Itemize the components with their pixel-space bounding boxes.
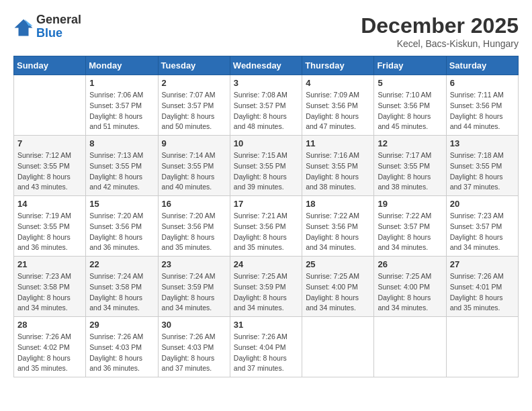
day-info: Sunrise: 7:20 AMSunset: 3:56 PMDaylight:… [162,211,226,253]
day-number: 2 [162,78,226,88]
day-info: Sunrise: 7:26 AMSunset: 4:03 PMDaylight:… [89,332,154,374]
location: Kecel, Bacs-Kiskun, Hungary [361,38,519,49]
calendar-day-cell: 19Sunrise: 7:22 AMSunset: 3:57 PMDayligh… [374,196,446,257]
calendar-header-row: SundayMondayTuesdayWednesdayThursdayFrid… [14,56,519,75]
day-number: 5 [378,78,442,88]
calendar-table: SundayMondayTuesdayWednesdayThursdayFrid… [13,56,519,377]
calendar-day-cell: 21Sunrise: 7:23 AMSunset: 3:58 PMDayligh… [14,257,86,317]
day-number: 3 [234,78,298,88]
day-info: Sunrise: 7:07 AMSunset: 3:57 PMDaylight:… [162,90,226,132]
day-info: Sunrise: 7:17 AMSunset: 3:55 PMDaylight:… [378,150,442,193]
day-info: Sunrise: 7:21 AMSunset: 3:56 PMDaylight:… [234,211,298,253]
day-number: 1 [89,78,154,88]
calendar-day-cell: 17Sunrise: 7:21 AMSunset: 3:56 PMDayligh… [230,196,302,257]
calendar-day-cell: 23Sunrise: 7:24 AMSunset: 3:59 PMDayligh… [158,257,230,317]
weekday-header: Monday [86,56,158,75]
day-number: 19 [378,199,442,209]
calendar-week-row: 14Sunrise: 7:19 AMSunset: 3:55 PMDayligh… [14,196,519,257]
calendar-week-row: 1Sunrise: 7:06 AMSunset: 3:57 PMDaylight… [14,75,519,136]
day-info: Sunrise: 7:24 AMSunset: 3:59 PMDaylight:… [162,271,226,314]
calendar-day-cell: 1Sunrise: 7:06 AMSunset: 3:57 PMDaylight… [86,75,158,136]
calendar-day-cell: 12Sunrise: 7:17 AMSunset: 3:55 PMDayligh… [374,136,446,196]
day-number: 27 [450,259,515,269]
calendar-week-row: 21Sunrise: 7:23 AMSunset: 3:58 PMDayligh… [14,257,519,317]
day-number: 25 [306,259,370,269]
day-number: 11 [306,138,370,148]
calendar-day-cell [302,317,374,377]
day-number: 15 [89,199,154,209]
calendar-day-cell: 2Sunrise: 7:07 AMSunset: 3:57 PMDaylight… [158,75,230,136]
day-info: Sunrise: 7:26 AMSunset: 4:04 PMDaylight:… [234,332,298,374]
month-title: December 2025 [361,13,519,38]
calendar-day-cell: 3Sunrise: 7:08 AMSunset: 3:57 PMDaylight… [230,75,302,136]
day-number: 26 [378,259,442,269]
calendar-day-cell: 24Sunrise: 7:25 AMSunset: 3:59 PMDayligh… [230,257,302,317]
day-number: 10 [234,138,298,148]
calendar-day-cell: 14Sunrise: 7:19 AMSunset: 3:55 PMDayligh… [14,196,86,257]
day-number: 6 [450,78,515,88]
calendar-day-cell: 9Sunrise: 7:14 AMSunset: 3:55 PMDaylight… [158,136,230,196]
calendar-week-row: 7Sunrise: 7:12 AMSunset: 3:55 PMDaylight… [14,136,519,196]
logo-text: General Blue [36,13,81,40]
calendar-day-cell [446,317,518,377]
day-info: Sunrise: 7:18 AMSunset: 3:55 PMDaylight:… [450,150,515,193]
day-number: 30 [162,320,226,330]
day-info: Sunrise: 7:11 AMSunset: 3:56 PMDaylight:… [450,90,515,132]
day-info: Sunrise: 7:22 AMSunset: 3:57 PMDaylight:… [378,211,442,253]
day-info: Sunrise: 7:19 AMSunset: 3:55 PMDaylight:… [17,211,82,253]
calendar-day-cell: 13Sunrise: 7:18 AMSunset: 3:55 PMDayligh… [446,136,518,196]
calendar-day-cell: 31Sunrise: 7:26 AMSunset: 4:04 PMDayligh… [230,317,302,377]
page-header: General Blue December 2025 Kecel, Bacs-K… [13,13,519,49]
calendar-day-cell: 11Sunrise: 7:16 AMSunset: 3:55 PMDayligh… [302,136,374,196]
day-info: Sunrise: 7:25 AMSunset: 4:00 PMDaylight:… [306,271,370,314]
day-number: 4 [306,78,370,88]
day-number: 9 [162,138,226,148]
day-info: Sunrise: 7:26 AMSunset: 4:03 PMDaylight:… [162,332,226,374]
day-number: 18 [306,199,370,209]
calendar-day-cell: 4Sunrise: 7:09 AMSunset: 3:56 PMDaylight… [302,75,374,136]
logo-icon [13,17,34,37]
calendar-day-cell: 6Sunrise: 7:11 AMSunset: 3:56 PMDaylight… [446,75,518,136]
day-info: Sunrise: 7:20 AMSunset: 3:56 PMDaylight:… [89,211,154,253]
day-number: 17 [234,199,298,209]
logo-blue: Blue [36,27,81,40]
calendar-day-cell [14,75,86,136]
logo-general: General [36,13,81,27]
day-number: 12 [378,138,442,148]
calendar-day-cell: 7Sunrise: 7:12 AMSunset: 3:55 PMDaylight… [14,136,86,196]
day-number: 8 [89,138,154,148]
day-info: Sunrise: 7:24 AMSunset: 3:58 PMDaylight:… [89,271,154,314]
day-info: Sunrise: 7:23 AMSunset: 3:57 PMDaylight:… [450,211,515,253]
day-number: 31 [234,320,298,330]
day-info: Sunrise: 7:08 AMSunset: 3:57 PMDaylight:… [234,90,298,132]
day-number: 13 [450,138,515,148]
day-info: Sunrise: 7:10 AMSunset: 3:56 PMDaylight:… [378,90,442,132]
day-info: Sunrise: 7:14 AMSunset: 3:55 PMDaylight:… [162,150,226,193]
day-info: Sunrise: 7:25 AMSunset: 3:59 PMDaylight:… [234,271,298,314]
calendar-day-cell: 18Sunrise: 7:22 AMSunset: 3:56 PMDayligh… [302,196,374,257]
day-info: Sunrise: 7:13 AMSunset: 3:55 PMDaylight:… [89,150,154,193]
calendar-day-cell: 8Sunrise: 7:13 AMSunset: 3:55 PMDaylight… [86,136,158,196]
calendar-day-cell: 22Sunrise: 7:24 AMSunset: 3:58 PMDayligh… [86,257,158,317]
calendar-day-cell: 27Sunrise: 7:26 AMSunset: 4:01 PMDayligh… [446,257,518,317]
day-info: Sunrise: 7:15 AMSunset: 3:55 PMDaylight:… [234,150,298,193]
day-number: 7 [17,138,82,148]
day-info: Sunrise: 7:25 AMSunset: 4:00 PMDaylight:… [378,271,442,314]
weekday-header: Thursday [302,56,374,75]
day-number: 28 [17,320,82,330]
calendar-week-row: 28Sunrise: 7:26 AMSunset: 4:02 PMDayligh… [14,317,519,377]
calendar-day-cell: 16Sunrise: 7:20 AMSunset: 3:56 PMDayligh… [158,196,230,257]
day-number: 22 [89,259,154,269]
day-info: Sunrise: 7:26 AMSunset: 4:02 PMDaylight:… [17,332,82,374]
calendar-day-cell: 30Sunrise: 7:26 AMSunset: 4:03 PMDayligh… [158,317,230,377]
calendar-day-cell: 20Sunrise: 7:23 AMSunset: 3:57 PMDayligh… [446,196,518,257]
calendar-day-cell: 26Sunrise: 7:25 AMSunset: 4:00 PMDayligh… [374,257,446,317]
day-number: 24 [234,259,298,269]
calendar-day-cell: 15Sunrise: 7:20 AMSunset: 3:56 PMDayligh… [86,196,158,257]
day-number: 20 [450,199,515,209]
weekday-header: Saturday [446,56,518,75]
weekday-header: Sunday [14,56,86,75]
day-info: Sunrise: 7:16 AMSunset: 3:55 PMDaylight:… [306,150,370,193]
day-info: Sunrise: 7:09 AMSunset: 3:56 PMDaylight:… [306,90,370,132]
day-info: Sunrise: 7:26 AMSunset: 4:01 PMDaylight:… [450,271,515,314]
